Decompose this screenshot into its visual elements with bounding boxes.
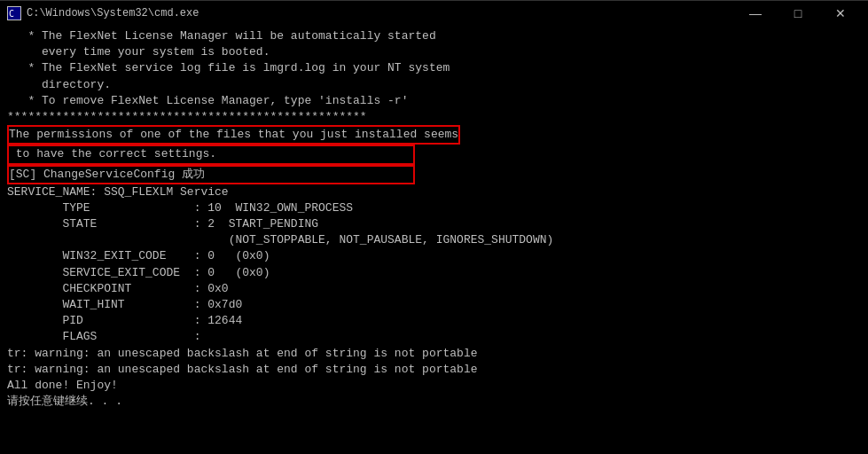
terminal-line: * The FlexNet service log file is lmgrd.… — [7, 60, 861, 76]
terminal-line: [SC] ChangeServiceConfig 成功 — [7, 165, 861, 184]
terminal-line: CHECKPOINT : 0x0 — [7, 281, 861, 297]
terminal-line: The permissions of one of the files that… — [7, 125, 861, 145]
highlighted-text: [SC] ChangeServiceConfig 成功 — [7, 165, 415, 184]
terminal-line: WAIT_HINT : 0x7d0 — [7, 297, 861, 313]
terminal-line: PID : 12644 — [7, 313, 861, 329]
svg-text:C: C — [9, 9, 14, 19]
titlebar: C C:\Windows\System32\cmd.exe — □ ✕ — [0, 0, 868, 25]
highlighted-text: The permissions of one of the files that… — [7, 125, 460, 145]
terminal-line: tr: warning: an unescaped backslash at e… — [7, 362, 861, 378]
terminal-line: TYPE : 10 WIN32_OWN_PROCESS — [7, 200, 861, 216]
terminal-line: * The FlexNet License Manager will be au… — [7, 28, 861, 44]
close-button[interactable]: ✕ — [820, 1, 861, 26]
terminal-line: directory. — [7, 77, 861, 93]
window-controls: — □ ✕ — [735, 1, 861, 26]
terminal-line: STATE : 2 START_PENDING — [7, 216, 861, 232]
terminal-line: All done! Enjoy! — [7, 378, 861, 394]
cmd-icon: C — [7, 6, 21, 20]
terminal-content: * The FlexNet License Manager will be au… — [7, 28, 861, 410]
terminal-line: tr: warning: an unescaped backslash at e… — [7, 346, 861, 362]
terminal-line: SERVICE_EXIT_CODE : 0 (0x0) — [7, 265, 861, 281]
titlebar-left: C C:\Windows\System32\cmd.exe — [7, 6, 199, 20]
terminal-line: (NOT_STOPPABLE, NOT_PAUSABLE, IGNORES_SH… — [7, 232, 861, 248]
terminal-line: every time your system is booted. — [7, 44, 861, 60]
maximize-button[interactable]: □ — [778, 1, 818, 26]
terminal-line: FLAGS : — [7, 329, 861, 345]
terminal-line: SERVICE_NAME: SSQ_FLEXLM Service — [7, 184, 861, 200]
highlighted-text: to have the correct settings. — [7, 145, 415, 164]
terminal-line: WIN32_EXIT_CODE : 0 (0x0) — [7, 248, 861, 264]
terminal-line: to have the correct settings. — [7, 145, 861, 164]
terminal-window: * The FlexNet License Manager will be au… — [0, 25, 868, 454]
terminal-line: ****************************************… — [7, 109, 861, 125]
terminal-line: * To remove FlexNet License Manager, typ… — [7, 93, 861, 109]
terminal-line: 请按任意键继续. . . — [7, 394, 861, 410]
minimize-button[interactable]: — — [735, 1, 776, 26]
window-title: C:\Windows\System32\cmd.exe — [27, 7, 199, 20]
